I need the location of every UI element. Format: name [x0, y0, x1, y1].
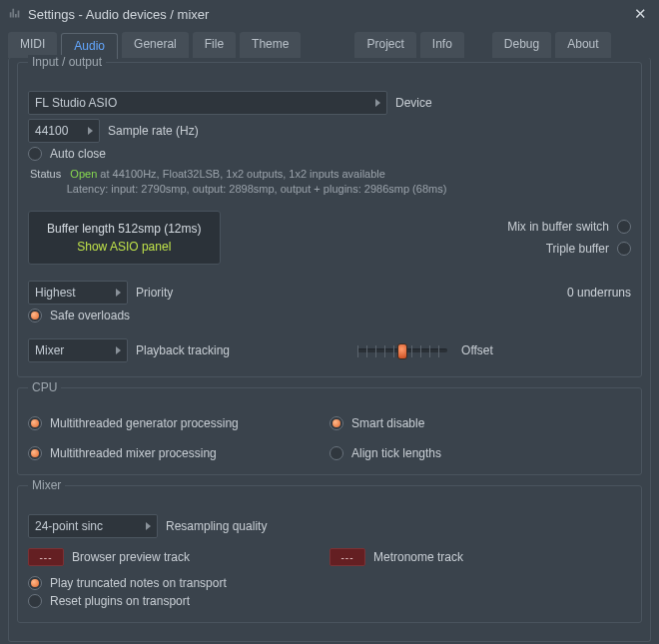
mix-in-buffer-label: Mix in buffer switch	[507, 220, 609, 234]
chevron-right-icon	[146, 522, 151, 530]
slider-knob[interactable]	[397, 343, 407, 359]
triple-buffer-label: Triple buffer	[546, 242, 609, 256]
tab-general[interactable]: General	[122, 32, 189, 58]
section-title-cpu: CPU	[28, 380, 61, 394]
app-icon	[8, 7, 22, 21]
section-cpu: CPU Multithreaded generator processing M…	[17, 387, 642, 475]
chevron-right-icon	[375, 99, 380, 107]
status-open: Open	[70, 168, 97, 180]
smart-disable-toggle[interactable]	[330, 416, 343, 430]
show-asio-panel-link[interactable]: Show ASIO panel	[47, 240, 202, 254]
align-ticks-toggle[interactable]	[330, 446, 343, 460]
offset-label: Offset	[461, 343, 493, 357]
mt-mix-toggle[interactable]	[28, 446, 42, 460]
auto-close-toggle[interactable]	[28, 147, 42, 161]
tab-bar: MIDI Audio General File Theme Project In…	[0, 28, 659, 58]
browser-track-value: ---	[40, 552, 53, 563]
device-dropdown[interactable]: FL Studio ASIO	[28, 91, 387, 115]
section-mixer: Mixer 24-point sinc Resampling quality -…	[17, 485, 642, 623]
offset-slider[interactable]	[357, 348, 447, 352]
smart-disable-label: Smart disable	[351, 416, 424, 430]
device-label: Device	[395, 96, 432, 110]
auto-close-label: Auto close	[50, 147, 106, 161]
align-ticks-label: Align tick lengths	[351, 446, 441, 460]
sample-rate-value: 44100	[35, 124, 68, 138]
priority-label: Priority	[136, 286, 173, 300]
mt-gen-label: Multithreaded generator processing	[50, 416, 239, 430]
titlebar: Settings - Audio devices / mixer ✕	[0, 0, 659, 28]
tracking-value: Mixer	[35, 343, 64, 357]
chevron-right-icon	[116, 289, 121, 297]
chevron-right-icon	[116, 346, 121, 354]
safe-overloads-toggle[interactable]	[28, 309, 42, 322]
play-truncated-label: Play truncated notes on transport	[50, 576, 227, 590]
chevron-right-icon	[88, 127, 93, 135]
tab-project[interactable]: Project	[354, 32, 415, 58]
tracking-dropdown[interactable]: Mixer	[28, 338, 128, 362]
status-block: Status Open at 44100Hz, Float32LSB, 1x2 …	[30, 167, 631, 197]
browser-track-label: Browser preview track	[72, 550, 190, 564]
status-line1: at 44100Hz, Float32LSB, 1x2 outputs, 1x2…	[100, 168, 385, 180]
tab-info[interactable]: Info	[420, 32, 464, 58]
section-title-mixer: Mixer	[28, 478, 65, 492]
reset-plugins-label: Reset plugins on transport	[50, 594, 190, 608]
tab-file[interactable]: File	[193, 32, 236, 58]
device-value: FL Studio ASIO	[35, 96, 117, 110]
metronome-track-dropdown[interactable]: ---	[330, 548, 365, 566]
resampling-value: 24-point sinc	[35, 519, 103, 533]
window-title: Settings - Audio devices / mixer	[28, 7, 630, 22]
buffer-box[interactable]: Buffer length 512smp (12ms) Show ASIO pa…	[28, 211, 221, 265]
mt-mix-label: Multithreaded mixer processing	[50, 446, 217, 460]
resampling-dropdown[interactable]: 24-point sinc	[28, 514, 158, 538]
priority-value: Highest	[35, 286, 76, 300]
close-button[interactable]: ✕	[630, 3, 651, 25]
underruns-text: 0 underruns	[567, 286, 631, 300]
browser-track-dropdown[interactable]: ---	[28, 548, 64, 566]
settings-panel: Input / output FL Studio ASIO Device 441…	[8, 58, 651, 642]
play-truncated-toggle[interactable]	[28, 576, 42, 590]
resampling-label: Resampling quality	[166, 519, 267, 533]
tracking-label: Playback tracking	[136, 343, 230, 357]
triple-buffer-toggle[interactable]	[617, 242, 631, 256]
sample-rate-label: Sample rate (Hz)	[108, 124, 199, 138]
section-io: Input / output FL Studio ASIO Device 441…	[17, 62, 642, 377]
tab-theme[interactable]: Theme	[240, 32, 301, 58]
section-title-io: Input / output	[28, 55, 106, 69]
tab-about[interactable]: About	[555, 32, 610, 58]
buffer-length-text: Buffer length 512smp (12ms)	[47, 222, 202, 236]
metronome-track-value: ---	[341, 552, 354, 563]
metronome-track-label: Metronome track	[373, 550, 463, 564]
mt-gen-toggle[interactable]	[28, 416, 42, 430]
sample-rate-dropdown[interactable]: 44100	[28, 119, 100, 143]
tab-debug[interactable]: Debug	[492, 32, 551, 58]
status-line2: Latency: input: 2790smp, output: 2898smp…	[67, 183, 447, 195]
priority-dropdown[interactable]: Highest	[28, 281, 128, 305]
status-label: Status	[30, 168, 61, 180]
reset-plugins-toggle[interactable]	[28, 594, 42, 608]
safe-overloads-label: Safe overloads	[50, 309, 130, 322]
mix-in-buffer-toggle[interactable]	[617, 220, 631, 234]
